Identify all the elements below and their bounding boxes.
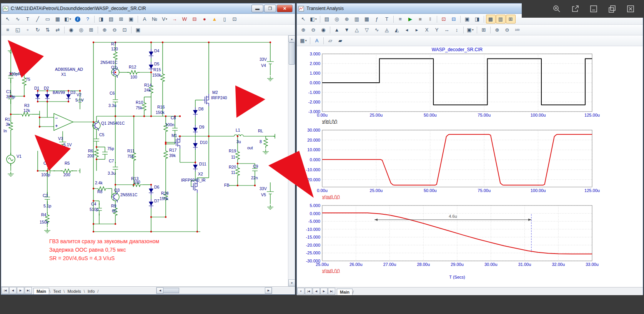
line-mode-icon[interactable]: ╱ — [33, 15, 43, 23]
minimize-icon[interactable] — [587, 3, 600, 14]
symbol-diode[interactable] — [45, 92, 50, 101]
data-points-icon[interactable]: ▣ — [463, 15, 472, 23]
symbol-diode[interactable] — [193, 140, 198, 150]
restore-icon[interactable] — [606, 3, 619, 14]
tag-copy-b-icon[interactable]: ▰ — [336, 36, 345, 45]
pin-connections-icon[interactable]: ● — [200, 15, 210, 23]
cursor-right-icon[interactable]: ▸ — [412, 25, 422, 34]
symbol-diode[interactable] — [193, 162, 198, 171]
tab-main[interactable]: Main — [33, 288, 49, 294]
symbol-cap[interactable] — [102, 147, 108, 159]
attribute-text-icon[interactable]: A — [140, 15, 150, 23]
zoom-in-icon[interactable]: ⊕ — [100, 25, 110, 34]
run-icon[interactable]: ▶ — [406, 15, 415, 23]
pan-mode-icon[interactable]: ▩ — [486, 15, 496, 23]
vertical-scrollbar[interactable]: ▲ ▼ — [288, 35, 295, 286]
analog-display-icon[interactable]: ▤ — [107, 15, 116, 23]
rect-mode-icon[interactable]: ▭ — [43, 15, 53, 23]
symbol-cap[interactable] — [94, 134, 99, 146]
symbol-res[interactable] — [95, 147, 98, 159]
tab-models[interactable]: Models — [65, 288, 83, 294]
inflection-icon[interactable]: ∿ — [372, 25, 382, 34]
symbol-gnd[interactable] — [267, 76, 273, 81]
zoom-window-icon[interactable]: ⊡ — [230, 15, 240, 23]
plots-area[interactable]: WASP_decoder_SR.CIR3.0002.0001.0000.000-… — [297, 46, 643, 287]
symbol-gnd[interactable] — [263, 149, 269, 154]
monte-carlo-icon[interactable]: ▦ — [362, 15, 372, 23]
smith-chart-icon[interactable]: ◎ — [332, 15, 342, 23]
global-high-icon[interactable]: ◬ — [382, 25, 392, 34]
font-icon[interactable]: A — [312, 36, 322, 45]
node-numbers-icon[interactable]: № — [150, 15, 160, 23]
hscroll-left-arrow[interactable]: ◀ — [156, 287, 163, 294]
symbol-res[interactable] — [236, 149, 240, 162]
help-mode-icon[interactable]: ? — [83, 15, 93, 23]
cursor-left-icon[interactable]: ◂ — [402, 25, 412, 34]
plot-area[interactable] — [322, 130, 592, 187]
condition-display-icon[interactable]: ⊟ — [190, 15, 200, 23]
mirror-horizontal-icon[interactable]: ⇄ — [53, 25, 63, 34]
symbol-diode[interactable] — [193, 125, 198, 134]
symbol-diode[interactable] — [149, 62, 153, 71]
low-icon[interactable]: ▽ — [362, 25, 372, 34]
symbol-gnd[interactable] — [267, 205, 273, 209]
text-mode-icon[interactable]: T — [382, 15, 392, 23]
symbol-term[interactable] — [78, 169, 80, 173]
page-nav-button[interactable]: |◀ — [305, 288, 312, 295]
properties-icon[interactable]: ≡ — [396, 15, 405, 23]
hscroll-right-arrow[interactable]: ▶ — [265, 287, 272, 294]
info-mode-icon[interactable]: i — [73, 15, 83, 23]
page-nav-button[interactable]: ▶| — [25, 287, 32, 294]
tab-info[interactable]: Info — [85, 288, 97, 294]
find-again-icon[interactable]: ◎ — [77, 25, 86, 34]
border-display-icon[interactable]: ▣ — [126, 15, 136, 23]
scroll-up-arrow[interactable]: ▲ — [288, 35, 295, 42]
symbol-gnd[interactable] — [60, 150, 66, 155]
symbol-bat[interactable] — [267, 58, 274, 68]
symbol-diode[interactable] — [149, 199, 153, 208]
select-mode-icon[interactable]: ↖ — [299, 15, 308, 23]
symbol-res[interactable] — [264, 136, 268, 149]
symbol-res[interactable] — [20, 112, 32, 116]
tag-horizontal-icon[interactable]: ↔ — [442, 25, 452, 34]
zoom-100-icon[interactable]: 100 — [513, 25, 522, 34]
auto-scale-icon[interactable]: ⊟ — [449, 15, 459, 23]
open-external-icon[interactable] — [569, 3, 582, 14]
go-to-x-icon[interactable]: X — [422, 25, 432, 34]
zoom-in-icon[interactable]: ⊕ — [299, 25, 308, 34]
symbol-diode[interactable] — [193, 107, 198, 117]
high-icon[interactable]: △ — [352, 25, 362, 34]
symbol-res[interactable] — [127, 70, 140, 74]
page-nav-button[interactable]: ▶ — [17, 287, 24, 294]
scale-limits-icon[interactable]: ⊡ — [439, 15, 449, 23]
scroll-down-arrow[interactable]: ▼ — [288, 279, 295, 286]
component-mode-icon[interactable]: ◧▾ — [63, 15, 73, 23]
scope-zoom-out-icon[interactable]: ⊖ — [503, 25, 512, 34]
close-button[interactable]: ✕ — [277, 5, 293, 12]
go-to-flag-icon[interactable]: ⊞ — [87, 25, 96, 34]
trace-label[interactable]: v(in) (V) — [322, 119, 337, 124]
page-nav-button[interactable]: ▶| — [328, 288, 335, 295]
digital-display-icon[interactable]: ◨ — [97, 15, 106, 23]
rotate-icon[interactable]: ↻ — [33, 25, 43, 34]
power-display-icon[interactable]: W — [180, 15, 190, 23]
symbol-bjt[interactable] — [111, 192, 119, 202]
symbol-diode[interactable] — [35, 92, 40, 101]
copy-image-icon[interactable]: ▣ — [133, 25, 143, 34]
tab-main[interactable]: Main — [337, 289, 353, 295]
standard-plot-icon[interactable]: ▤ — [322, 15, 332, 23]
schematic-canvas-area[interactable]: 330pC1330pR275AD8055AN_ADX1D1D2BAV99D3V2… — [1, 35, 295, 286]
symbol-gnd[interactable] — [44, 228, 50, 233]
page-nav-button[interactable]: ▶ — [320, 288, 328, 295]
ghost-box-icon[interactable]: ▫ — [23, 25, 33, 34]
symbol-opamp[interactable] — [54, 114, 73, 130]
page-nav-button[interactable]: |◀ — [2, 287, 9, 294]
schematic-titlebar[interactable]: C:\MC11\DATA\Petrov\LDsound\decoder\WASP… — [1, 3, 295, 14]
scope-zoom-in-icon[interactable]: ⊕ — [493, 25, 502, 34]
tag-vertical-icon[interactable]: ↕ — [452, 25, 462, 34]
scroll-thumb[interactable] — [289, 42, 295, 65]
node-voltages-icon[interactable]: V▾ — [160, 15, 170, 23]
trace-label[interactable]: v(out) (V) — [322, 268, 340, 273]
minimize-button[interactable]: ▬ — [251, 5, 263, 12]
zoom-out-icon[interactable]: ⊖ — [110, 25, 120, 34]
